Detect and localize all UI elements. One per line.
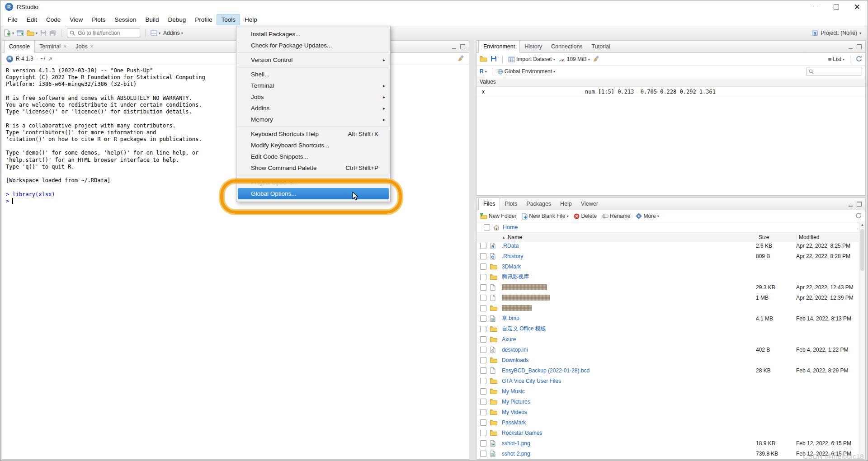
file-name-link[interactable]: .RData bbox=[502, 243, 754, 249]
column-header-name[interactable]: ▲ Name bbox=[502, 234, 756, 240]
file-checkbox[interactable] bbox=[480, 284, 486, 291]
column-header-modified[interactable]: Modified bbox=[796, 234, 859, 240]
menu-item-keyboard-shortcuts-help[interactable]: Keyboard Shortcuts HelpAlt+Shift+K bbox=[236, 128, 390, 140]
file-name-link[interactable]: GTA Vice City User Files bbox=[502, 378, 754, 384]
clear-console-button[interactable] bbox=[458, 55, 465, 63]
file-row[interactable]: Axure bbox=[476, 334, 859, 344]
file-row[interactable]: PassMark bbox=[476, 417, 859, 428]
maximize-pane-icon[interactable] bbox=[460, 44, 465, 49]
workspace-panes-button[interactable]: ▾ bbox=[151, 30, 160, 36]
tab-console[interactable]: Console bbox=[4, 40, 35, 53]
file-row[interactable]: Rockstar Games bbox=[476, 428, 859, 438]
menu-item-jobs[interactable]: Jobs▸ bbox=[236, 91, 390, 103]
file-row[interactable]: 29.3 KBApr 22, 2022, 12:43 PM bbox=[476, 282, 859, 292]
new-blank-file-button[interactable]: New Blank File ▾ bbox=[522, 213, 568, 220]
file-checkbox[interactable] bbox=[480, 295, 486, 301]
menu-item-show-command-palette[interactable]: Show Command PaletteCtrl+Shift+P bbox=[236, 162, 390, 174]
file-checkbox[interactable] bbox=[480, 305, 486, 311]
tab-files[interactable]: Files bbox=[478, 198, 500, 210]
environment-search-input[interactable] bbox=[816, 68, 854, 75]
import-dataset-button[interactable]: Import Dataset ▾ bbox=[508, 56, 555, 62]
goto-directory-icon[interactable] bbox=[48, 56, 53, 61]
file-name-link[interactable] bbox=[502, 305, 754, 311]
column-header-size[interactable]: Size bbox=[756, 234, 796, 240]
goto-file-function-input[interactable] bbox=[77, 29, 133, 37]
menu-item-modify-keyboard-shortcuts[interactable]: Modify Keyboard Shortcuts... bbox=[236, 140, 390, 151]
files-scrollbar[interactable]: ▲ bbox=[859, 221, 865, 459]
menu-edit[interactable]: Edit bbox=[22, 14, 42, 25]
file-name-link[interactable]: desktop.ini bbox=[502, 347, 754, 353]
menu-item-install-packages[interactable]: Install Packages... bbox=[236, 28, 390, 40]
more-button[interactable]: More ▾ bbox=[636, 213, 659, 219]
scroll-up-icon[interactable]: ▲ bbox=[859, 221, 865, 227]
tab-terminal[interactable]: Terminal× bbox=[35, 41, 71, 52]
file-row[interactable]: EasyBCD_Backup (2022-01-28).bcd28 KBFeb … bbox=[476, 365, 859, 376]
file-row[interactable]: sshot-2.png739.8 KBFeb 12, 2022, 6:15 PM bbox=[476, 448, 859, 459]
file-name-link[interactable]: 腾讯影视库 bbox=[502, 273, 754, 281]
new-folder-button[interactable]: New Folder bbox=[480, 213, 516, 219]
file-row[interactable]: My Videos bbox=[476, 407, 859, 417]
display-mode-button[interactable]: ≡ List ▾ bbox=[828, 56, 844, 63]
file-row[interactable]: 3DMark bbox=[476, 261, 859, 272]
file-name-link[interactable]: Axure bbox=[502, 336, 754, 343]
tab-tutorial[interactable]: Tutorial bbox=[587, 41, 615, 52]
file-name-link[interactable]: .Rhistory bbox=[502, 253, 754, 259]
language-selector[interactable]: R ▾ bbox=[480, 68, 487, 75]
environment-selector[interactable]: Global Environment ▾ bbox=[497, 68, 555, 75]
file-row[interactable] bbox=[476, 459, 859, 459]
file-checkbox[interactable] bbox=[480, 243, 486, 249]
file-checkbox[interactable] bbox=[480, 419, 486, 426]
file-name-link[interactable]: My Music bbox=[502, 388, 754, 395]
menu-code[interactable]: Code bbox=[42, 14, 65, 25]
save-button[interactable] bbox=[40, 30, 47, 36]
minimize-pane-icon[interactable] bbox=[849, 45, 853, 49]
tab-help[interactable]: Help bbox=[556, 198, 576, 210]
file-name-link[interactable]: 自定义 Office 模板 bbox=[502, 325, 754, 333]
file-checkbox[interactable] bbox=[480, 326, 486, 332]
maximize-pane-icon[interactable] bbox=[857, 44, 862, 49]
file-name-link[interactable]: Downloads bbox=[502, 357, 754, 363]
select-all-checkbox[interactable] bbox=[484, 224, 490, 230]
menu-help[interactable]: Help bbox=[240, 14, 262, 25]
minimize-pane-icon[interactable] bbox=[452, 45, 456, 49]
file-checkbox[interactable] bbox=[480, 440, 486, 447]
file-name-link[interactable]: My Videos bbox=[502, 409, 754, 415]
file-row[interactable]: Downloads bbox=[476, 355, 859, 365]
file-name-link[interactable]: sshot-2.png bbox=[502, 451, 754, 457]
file-checkbox[interactable] bbox=[480, 315, 486, 322]
file-checkbox[interactable] bbox=[480, 430, 486, 436]
file-checkbox[interactable] bbox=[480, 409, 486, 415]
menu-item-shell[interactable]: Shell... bbox=[236, 69, 390, 80]
file-name-link[interactable]: Rockstar Games bbox=[502, 430, 754, 436]
maximize-pane-icon[interactable] bbox=[857, 202, 862, 207]
rename-button[interactable]: Rename bbox=[602, 213, 630, 219]
tab-plots[interactable]: Plots bbox=[500, 198, 522, 210]
file-row[interactable]: GTA Vice City User Files bbox=[476, 376, 859, 386]
tab-jobs[interactable]: Jobs× bbox=[71, 41, 98, 52]
environment-variable-row[interactable]: x num [1:5] 0.213 -0.705 0.228 0.292 1.3… bbox=[476, 87, 865, 97]
menu-item-edit-code-snippets[interactable]: Edit Code Snippets... bbox=[236, 151, 390, 162]
file-row[interactable]: sshot-1.png18.9 KBFeb 12, 2022, 6:15 PM bbox=[476, 438, 859, 448]
tab-packages[interactable]: Packages bbox=[522, 198, 556, 210]
menu-plots[interactable]: Plots bbox=[87, 14, 110, 25]
refresh-environment-button[interactable] bbox=[856, 56, 862, 63]
file-row[interactable]: 章.bmp4.1 MBFeb 14, 2022, 8:13 PM bbox=[476, 313, 859, 324]
save-workspace-button[interactable] bbox=[491, 56, 497, 63]
project-selector[interactable]: R Project: (None) ▾ bbox=[811, 30, 861, 36]
menu-item-memory[interactable]: Memory▸ bbox=[236, 114, 390, 125]
menu-item-terminal[interactable]: Terminal▸ bbox=[236, 80, 390, 91]
menu-session[interactable]: Session bbox=[110, 14, 141, 25]
file-checkbox[interactable] bbox=[480, 367, 486, 374]
tab-connections[interactable]: Connections bbox=[547, 41, 587, 52]
tab-environment[interactable]: Environment bbox=[478, 40, 520, 53]
close-tab-icon[interactable]: × bbox=[90, 44, 94, 49]
file-checkbox[interactable] bbox=[480, 388, 486, 395]
file-name-link[interactable]: PassMark bbox=[502, 419, 754, 426]
save-all-button[interactable] bbox=[49, 30, 57, 37]
file-checkbox[interactable] bbox=[480, 263, 486, 270]
new-project-button[interactable] bbox=[17, 30, 24, 37]
delete-button[interactable]: Delete bbox=[574, 213, 597, 219]
load-workspace-button[interactable] bbox=[480, 56, 487, 63]
file-name-link[interactable]: 章.bmp bbox=[502, 315, 754, 322]
menu-item-addins[interactable]: Addins▸ bbox=[236, 103, 390, 114]
